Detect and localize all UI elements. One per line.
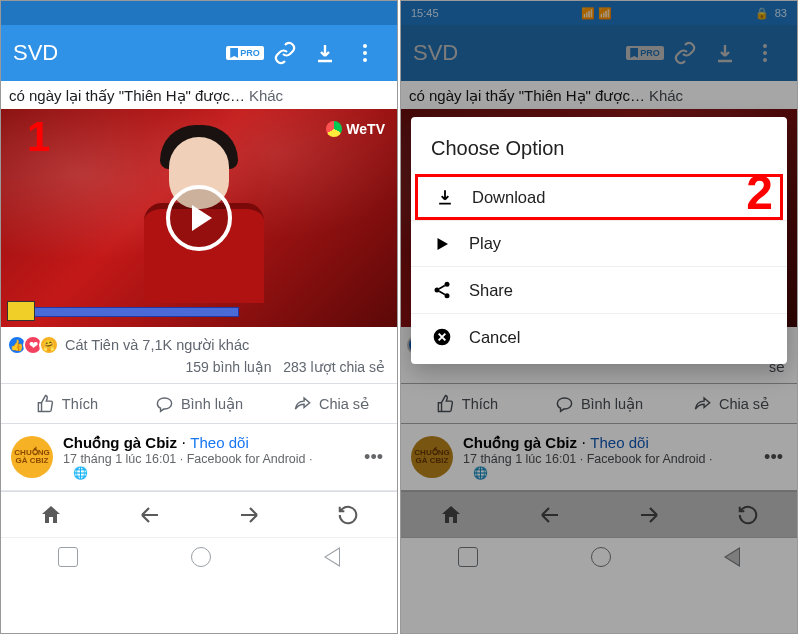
next-post-header[interactable]: CHUỒNG GÀ CBIZ Chuồng gà Cbiz · Theo dõi…	[1, 424, 397, 491]
svg-point-2	[363, 58, 367, 62]
reactions-row[interactable]: 👍 ❤ 🤗 Cát Tiên và 7,1K người khác	[1, 327, 397, 359]
app-bar: SVD PRO	[1, 25, 397, 81]
reload-icon[interactable]	[298, 492, 397, 537]
home-button[interactable]	[191, 547, 211, 567]
pro-badge[interactable]: PRO	[225, 33, 265, 73]
watermark: WeTV	[326, 121, 385, 137]
option-play[interactable]: Play	[411, 220, 787, 266]
back-icon[interactable]	[100, 492, 199, 537]
option-download[interactable]: Download	[415, 174, 783, 220]
globe-icon: 🌐	[63, 466, 350, 480]
care-icon: 🤗	[39, 335, 59, 355]
choose-option-dialog: Choose Option Download Play Share Cancel	[411, 117, 787, 364]
svg-point-7	[435, 288, 440, 293]
svg-point-0	[363, 44, 367, 48]
post-caption: có ngày lại thấy "Thiên Hạ" được… Khác	[1, 81, 397, 109]
screenshot-step-2: 15:45 📶 📶 🔒83 SVD PRO có ngày lại thấy "…	[400, 0, 798, 634]
play-icon[interactable]	[166, 185, 232, 251]
action-bar: Thích Bình luận Chia sẻ	[1, 383, 397, 424]
share-icon	[431, 280, 453, 300]
comment-button[interactable]: Bình luận	[133, 384, 265, 423]
annotation-step-1: 1	[27, 113, 50, 161]
svg-point-8	[445, 293, 450, 298]
back-button[interactable]	[324, 547, 340, 567]
svg-point-1	[363, 51, 367, 55]
recents-button[interactable]	[58, 547, 78, 567]
avatar[interactable]: CHUỒNG GÀ CBIZ	[11, 436, 53, 478]
browser-nav	[1, 491, 397, 537]
annotation-step-2: 2	[746, 165, 773, 220]
download-icon	[434, 187, 456, 207]
caption-more[interactable]: Khác	[249, 87, 283, 105]
follow-link[interactable]: Theo dõi	[190, 434, 248, 451]
option-cancel[interactable]: Cancel	[411, 313, 787, 360]
post-menu-icon[interactable]: •••	[360, 447, 387, 468]
post-meta[interactable]: 159 bình luận 283 lượt chia sẻ	[1, 359, 397, 383]
option-share[interactable]: Share	[411, 266, 787, 313]
overflow-menu-icon[interactable]	[345, 33, 385, 73]
link-icon[interactable]	[265, 33, 305, 73]
video-thumbnail[interactable]: WeTV	[1, 109, 397, 327]
cancel-icon	[431, 327, 453, 347]
app-title: SVD	[13, 40, 225, 66]
reaction-icons: 👍 ❤ 🤗	[11, 335, 59, 355]
home-icon[interactable]	[1, 492, 100, 537]
dialog-title: Choose Option	[411, 133, 787, 174]
forward-icon[interactable]	[199, 492, 298, 537]
screenshot-step-1: SVD PRO có ngày lại thấy "Thiên Hạ" được…	[0, 0, 398, 634]
play-icon	[431, 235, 453, 253]
share-button[interactable]: Chia sẻ	[265, 384, 397, 423]
download-icon[interactable]	[305, 33, 345, 73]
android-nav-bar	[1, 537, 397, 575]
status-bar	[1, 1, 397, 25]
post-time: 17 tháng 1 lúc 16:01 · Facebook for Andr…	[63, 452, 350, 466]
like-button[interactable]: Thích	[1, 384, 133, 423]
svg-point-6	[445, 282, 450, 287]
page-name[interactable]: Chuồng gà Cbiz	[63, 434, 177, 451]
